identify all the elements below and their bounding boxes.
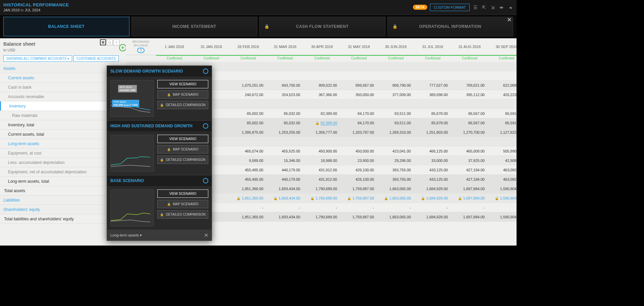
data-cell[interactable]: 440,179.00 [267, 177, 304, 181]
scenario-indicator-icon[interactable] [203, 178, 208, 183]
date-column-header[interactable]: 31 MAY 2018 [340, 38, 377, 55]
data-cell[interactable]: - [304, 206, 340, 210]
data-cell[interactable]: 🔒1,684,928.00 [414, 196, 451, 200]
date-column-header[interactable]: 31 JUL 2018 [414, 38, 451, 55]
data-cell[interactable]: 843,700.00 [267, 83, 304, 87]
data-cell[interactable]: 83,511.00 [377, 121, 414, 125]
date-column-header[interactable]: 30 SEP 2018 [488, 38, 517, 55]
date-column-header[interactable]: 31 MAR 2018 [267, 38, 304, 55]
data-cell[interactable]: 455,485.00 [230, 177, 267, 181]
tab-cash-flow[interactable]: 🔒CASH FLOW STATEMENT [259, 17, 385, 36]
view-scenario-button[interactable]: VIEW SCENARIO [157, 189, 208, 198]
map-scenario-button[interactable]: 🔒MAP SCENARIO [157, 200, 208, 208]
data-cell[interactable]: 420,223.00 [488, 93, 517, 97]
view-scenario-button[interactable]: VIEW SCENARIO [157, 80, 208, 88]
chevron-right-icon[interactable]: ◂ [507, 4, 513, 10]
data-cell[interactable]: 789,021.00 [451, 83, 488, 87]
data-cell[interactable]: 899,567.00 [340, 83, 377, 87]
view-scenario-button[interactable]: VIEW SCENARIO [157, 135, 208, 143]
data-cell[interactable]: 33,000.00 [414, 159, 451, 163]
data-cell[interactable]: 505,990.00 [488, 149, 517, 153]
data-cell[interactable]: 84,170.00 [340, 121, 377, 125]
data-cell[interactable]: 🔒1,590,904.00 [488, 196, 517, 200]
detailed-comparison-button[interactable]: 🔒DETAILED COMPARISON [157, 156, 208, 164]
data-cell[interactable]: 450,000.00 [340, 149, 377, 153]
date-column-header[interactable]: 31 AUG 2018 [451, 38, 488, 55]
data-cell[interactable]: - [488, 206, 517, 210]
customize-accounts-button[interactable]: CUSTOMIZE ACCOUNTS [73, 55, 119, 62]
data-cell[interactable]: 440,179.00 [267, 168, 304, 172]
data-cell[interactable]: 427,184.00 [451, 177, 488, 181]
data-cell[interactable]: 455,525.00 [267, 149, 304, 153]
data-cell[interactable]: 1,697,884.00 [451, 215, 488, 219]
data-cell[interactable]: 1,395,875.00 [230, 130, 267, 134]
detailed-comparison-button[interactable]: 🔒DETAILED COMPARISON [157, 210, 208, 219]
data-cell[interactable]: 1,693,434.00 [267, 187, 304, 191]
data-cell[interactable]: 909,022.00 [304, 83, 340, 87]
data-cell[interactable]: - [377, 206, 414, 210]
data-cell[interactable]: 9,589.00 [230, 159, 267, 163]
data-cell[interactable]: 423,041.00 [377, 149, 414, 153]
date-column-header[interactable]: 1 JAN 2018 [156, 38, 193, 55]
data-cell[interactable]: 1,684,928.00 [414, 215, 451, 219]
data-cell[interactable]: 433,125.00 [414, 177, 451, 181]
tab-operational[interactable]: 🔒OPERATIONAL INFORMATION [387, 17, 514, 36]
data-cell[interactable]: 1,590,904.00 [488, 187, 517, 191]
data-cell[interactable]: 23,900.00 [340, 159, 377, 163]
data-cell[interactable]: 15,346.00 [267, 159, 304, 163]
data-cell[interactable]: 1,070,201.00 [230, 83, 267, 87]
map-scenario-button[interactable]: 🔒MAP SCENARIO [157, 145, 208, 154]
data-cell[interactable]: 1,759,887.00 [340, 187, 377, 191]
data-cell[interactable]: 1,269,310.00 [377, 130, 414, 134]
data-cell[interactable]: 426,100.00 [340, 177, 377, 181]
date-column-header[interactable]: 31 JAN 2018 [193, 38, 230, 55]
data-cell[interactable]: 85,678.00 [414, 112, 451, 116]
data-cell[interactable]: 1,663,065.00 [377, 187, 414, 191]
data-cell[interactable]: 1,684,928.00 [414, 187, 451, 191]
data-cell[interactable]: 808,790.00 [377, 83, 414, 87]
data-cell[interactable]: 450,900.00 [304, 149, 340, 153]
tab-balance-sheet[interactable]: BALANCE SHEET [3, 17, 129, 36]
data-cell[interactable]: 1,759,887.00 [340, 215, 377, 219]
data-cell[interactable]: 463,082.00 [488, 177, 517, 181]
data-cell[interactable]: 85,678.00 [414, 121, 451, 125]
data-cell[interactable]: 1,270,700.00 [451, 130, 488, 134]
data-cell[interactable]: 393,755.00 [377, 168, 414, 172]
data-cell[interactable]: - [414, 206, 451, 210]
data-cell[interactable]: 389,098.00 [414, 93, 451, 97]
data-cell[interactable]: 84,170.00 [340, 112, 377, 116]
data-cell[interactable]: 466,125.00 [414, 149, 451, 153]
data-cell[interactable]: 1,851,360.00 [230, 187, 267, 191]
scenario-indicator-icon[interactable] [203, 69, 208, 74]
scenario-indicator-icon[interactable] [203, 123, 208, 129]
data-cell[interactable]: 🔒1,759,887.00 [340, 196, 377, 200]
data-cell[interactable]: 465,074.00 [230, 149, 267, 153]
data-cell[interactable]: 85,002.00 [230, 121, 267, 125]
settings-icon[interactable]: ☰ [472, 4, 478, 10]
detailed-comparison-button[interactable]: 🔒DETAILED COMPARISON [157, 101, 208, 109]
data-cell[interactable]: 85,591.00 [488, 121, 517, 125]
data-cell[interactable]: 1,693,434.00 [267, 215, 304, 219]
custom-format-button[interactable]: CUSTOM FORMAT [430, 4, 470, 11]
data-cell[interactable]: 777,027.00 [414, 83, 451, 87]
scenario-close-icon[interactable]: ✕ [204, 232, 208, 238]
data-cell[interactable]: 622,008.00 [488, 83, 517, 87]
data-cell[interactable]: 1,790,689.00 [304, 215, 340, 219]
add-button[interactable]: + [119, 44, 126, 51]
data-cell[interactable]: 🔒1,693,434.00 [267, 196, 304, 200]
date-column-header[interactable]: 28 FEB 2018 [230, 38, 267, 55]
data-cell[interactable]: 377,009.00 [377, 93, 414, 97]
data-cell[interactable]: 86,567.00 [451, 121, 488, 125]
data-cell[interactable]: 86,567.00 [451, 112, 488, 116]
data-cell[interactable]: - [451, 206, 488, 210]
data-cell[interactable]: 426,100.00 [340, 168, 377, 172]
data-cell[interactable]: 85,002.00 [230, 112, 267, 116]
data-cell[interactable]: 433,125.00 [414, 168, 451, 172]
period-year[interactable]: Y [113, 39, 119, 45]
data-cell[interactable]: 82,389.00 [304, 112, 340, 116]
tab-income-statement[interactable]: INCOME STATEMENT [131, 17, 258, 36]
data-cell[interactable]: 🔒1,663,065.00 [377, 196, 414, 200]
data-cell[interactable]: 455,485.00 [230, 168, 267, 172]
period-month[interactable]: M [100, 39, 106, 45]
data-cell[interactable]: 1,697,884.00 [451, 187, 488, 191]
